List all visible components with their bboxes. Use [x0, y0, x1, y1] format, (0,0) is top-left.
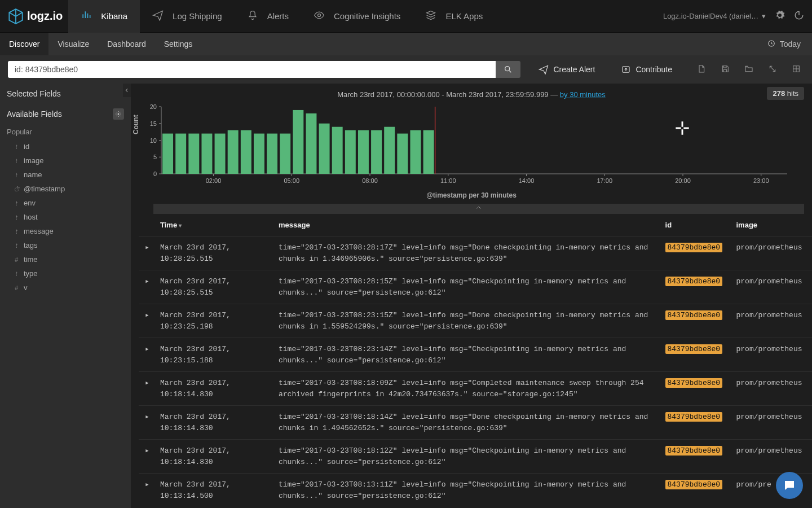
field-time[interactable]: #time — [0, 252, 131, 266]
expand-row-icon[interactable]: ▸ — [139, 440, 156, 474]
new-icon[interactable] — [697, 64, 706, 75]
grid-icon[interactable] — [792, 64, 801, 75]
svg-rect-33 — [162, 134, 173, 174]
cell-time: March 23rd 2017, 10:28:25.515 — [156, 270, 274, 304]
cell-id: 84379bdbe8e0 — [661, 338, 732, 372]
expand-row-icon[interactable]: ▸ — [139, 304, 156, 338]
share-icon[interactable] — [768, 64, 777, 75]
svg-text:17:00: 17:00 — [597, 177, 612, 184]
svg-rect-53 — [423, 130, 434, 174]
save-icon[interactable] — [721, 64, 730, 75]
brand-logo[interactable]: logz.io — [8, 8, 63, 24]
svg-rect-47 — [345, 130, 356, 174]
field-v[interactable]: #v — [0, 281, 131, 295]
cell-message: time="2017-03-23T08:18:09Z" level=info m… — [274, 372, 661, 406]
column-time[interactable]: Time — [156, 214, 274, 237]
field-type-icon: t — [14, 157, 19, 164]
field-name[interactable]: tname — [0, 168, 131, 182]
subtab-visualize[interactable]: Visualize — [48, 33, 98, 55]
brand-text: logz.io — [27, 10, 63, 23]
account-dropdown[interactable]: Logz.io-DanielDev4 (daniel… ▾ — [663, 12, 766, 20]
highlighted-id: 84379bdbe8e0 — [665, 243, 723, 252]
column-id[interactable]: id — [661, 214, 732, 237]
settings-icon[interactable] — [775, 10, 785, 22]
field-type-icon: t — [14, 200, 19, 207]
expand-row-icon[interactable]: ▸ — [139, 372, 156, 406]
upload-icon — [621, 64, 631, 75]
cell-message: time="2017-03-23T08:28:15Z" level=info m… — [274, 270, 661, 304]
time-range-label[interactable]: Today — [780, 40, 801, 49]
table-row: ▸ March 23rd 2017, 10:23:15.188 time="20… — [139, 338, 812, 372]
field-type-icon: # — [14, 284, 19, 291]
field-settings-icon[interactable] — [113, 108, 124, 120]
field-type-icon: t — [14, 228, 19, 235]
svg-text:11:00: 11:00 — [440, 177, 456, 184]
cell-id: 84379bdbe8e0 — [661, 406, 732, 440]
chat-widget[interactable] — [776, 472, 803, 499]
nav-tab-kibana[interactable]: Kibana — [68, 0, 140, 33]
histogram-chart[interactable]: 0510152002:0005:0008:0011:0014:0017:0020… — [139, 103, 793, 188]
cell-message: time="2017-03-23T08:13:11Z" level=info m… — [274, 474, 661, 507]
cell-image: prom/prometheus — [732, 304, 813, 338]
search-button[interactable] — [496, 61, 520, 78]
chevron-down-icon: ▾ — [762, 12, 766, 20]
nav-tab-alerts[interactable]: Alerts — [235, 0, 301, 33]
expand-row-icon[interactable]: ▸ — [139, 474, 156, 507]
column-message[interactable]: message — [274, 214, 661, 237]
svg-rect-48 — [358, 130, 369, 174]
query-input[interactable] — [8, 61, 496, 78]
table-row: ▸ March 23rd 2017, 10:18:14.830 time="20… — [139, 372, 812, 406]
svg-point-4 — [118, 113, 120, 115]
stack-icon — [425, 10, 441, 23]
svg-point-0 — [317, 14, 320, 17]
highlighted-id: 84379bdbe8e0 — [665, 310, 723, 320]
field-type-icon: t — [14, 172, 19, 178]
svg-text:0: 0 — [153, 170, 157, 177]
field-type-icon: ⏱ — [14, 186, 19, 192]
paperplane-icon — [539, 64, 549, 75]
column-image[interactable]: image — [732, 214, 813, 237]
logout-icon[interactable] — [794, 10, 804, 22]
svg-rect-37 — [215, 134, 226, 174]
field-message[interactable]: tmessage — [0, 224, 131, 238]
svg-rect-42 — [280, 134, 290, 174]
field-tags[interactable]: ttags — [0, 238, 131, 252]
expand-row-icon[interactable]: ▸ — [139, 338, 156, 372]
svg-rect-51 — [397, 134, 408, 174]
contribute-button[interactable]: Contribute — [613, 61, 680, 78]
field-timestamp[interactable]: ⏱@timestamp — [0, 182, 131, 196]
highlighted-id: 84379bdbe8e0 — [665, 480, 723, 489]
cell-image: prom/prometheus — [732, 440, 813, 474]
subtab-dashboard[interactable]: Dashboard — [98, 33, 155, 55]
fields-sidebar: Selected Fields Available Fields Popular… — [0, 84, 131, 508]
collapse-sidebar-button[interactable] — [123, 84, 131, 97]
query-bar: Create Alert Contribute — [0, 55, 812, 84]
field-type-icon: t — [14, 214, 19, 221]
svg-rect-45 — [319, 124, 330, 174]
eye-icon — [314, 10, 329, 23]
expand-row-icon[interactable]: ▸ — [139, 406, 156, 440]
subtab-settings[interactable]: Settings — [155, 33, 202, 55]
expand-chart-handle[interactable] — [153, 204, 804, 214]
interval-link[interactable]: by 30 minutes — [560, 90, 606, 99]
field-id[interactable]: tid — [0, 139, 131, 154]
subtab-discover[interactable]: Discover — [0, 33, 48, 55]
nav-tab-cognitive-insights[interactable]: Cognitive Insights — [301, 0, 413, 33]
nav-tab-elk-apps[interactable]: ELK Apps — [413, 0, 495, 33]
expand-row-icon[interactable]: ▸ — [139, 237, 156, 270]
expand-row-icon[interactable]: ▸ — [139, 270, 156, 304]
field-host[interactable]: thost — [0, 210, 131, 224]
svg-rect-52 — [410, 130, 421, 174]
contribute-label: Contribute — [636, 65, 672, 74]
field-type[interactable]: ttype — [0, 266, 131, 281]
svg-text:5: 5 — [153, 154, 157, 160]
sub-nav: DiscoverVisualizeDashboardSettings Today — [0, 33, 812, 55]
field-type-icon: t — [14, 270, 19, 277]
field-image[interactable]: timage — [0, 154, 131, 168]
svg-text:20: 20 — [150, 103, 157, 110]
open-icon[interactable] — [744, 64, 753, 75]
svg-point-2 — [505, 67, 510, 71]
field-env[interactable]: tenv — [0, 196, 131, 210]
nav-tab-log-shipping[interactable]: Log Shipping — [140, 0, 235, 33]
create-alert-button[interactable]: Create Alert — [531, 61, 603, 78]
